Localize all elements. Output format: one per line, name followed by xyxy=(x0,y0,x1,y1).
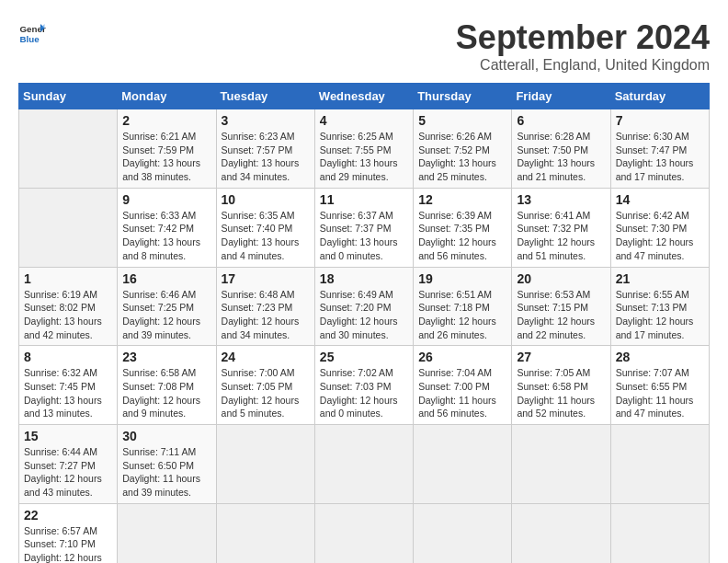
table-cell xyxy=(314,425,413,504)
day-number: 15 xyxy=(24,429,112,443)
logo-icon: General Blue xyxy=(18,18,46,46)
month-title: September 2024 xyxy=(456,18,710,57)
day-number: 4 xyxy=(320,113,408,128)
day-info: Sunrise: 6:25 AMSunset: 7:55 PMDaylight:… xyxy=(320,130,408,184)
table-cell: 30Sunrise: 7:11 AMSunset: 6:50 PMDayligh… xyxy=(118,425,216,504)
day-number: 10 xyxy=(222,192,310,207)
day-info: Sunrise: 6:58 AMSunset: 7:08 PMDaylight:… xyxy=(122,366,210,420)
table-cell: 9Sunrise: 6:33 AMSunset: 7:42 PMDaylight… xyxy=(118,188,216,267)
day-number: 9 xyxy=(122,192,210,207)
day-info: Sunrise: 6:53 AMSunset: 7:15 PMDaylight:… xyxy=(517,288,605,342)
title-area: September 2024 Catterall, England, Unite… xyxy=(456,18,710,74)
day-number: 11 xyxy=(320,192,408,207)
day-number: 27 xyxy=(517,350,605,364)
table-cell xyxy=(512,425,610,504)
day-number: 5 xyxy=(418,113,506,128)
table-cell: 10Sunrise: 6:35 AMSunset: 7:40 PMDayligh… xyxy=(216,188,314,267)
header-tuesday: Tuesday xyxy=(216,84,314,109)
table-cell: 25Sunrise: 7:02 AMSunset: 7:03 PMDayligh… xyxy=(314,346,413,425)
day-number: 12 xyxy=(418,192,506,207)
day-number: 26 xyxy=(418,350,506,364)
table-cell: 5Sunrise: 6:26 AMSunset: 7:52 PMDaylight… xyxy=(414,109,512,189)
day-info: Sunrise: 6:41 AMSunset: 7:32 PMDaylight:… xyxy=(517,209,605,263)
table-cell: 15Sunrise: 6:44 AMSunset: 7:27 PMDayligh… xyxy=(19,425,118,504)
day-info: Sunrise: 6:28 AMSunset: 7:50 PMDaylight:… xyxy=(517,130,605,184)
day-number: 22 xyxy=(24,508,112,523)
table-cell: 8Sunrise: 6:32 AMSunset: 7:45 PMDaylight… xyxy=(19,346,118,425)
table-cell xyxy=(216,425,314,504)
table-cell xyxy=(414,503,512,563)
table-cell xyxy=(19,188,118,267)
header-friday: Friday xyxy=(512,84,610,109)
day-info: Sunrise: 6:32 AMSunset: 7:45 PMDaylight:… xyxy=(24,366,112,420)
day-number: 7 xyxy=(616,113,704,128)
logo: General Blue xyxy=(18,18,46,46)
day-info: Sunrise: 7:05 AMSunset: 6:58 PMDaylight:… xyxy=(517,366,605,420)
day-info: Sunrise: 6:46 AMSunset: 7:25 PMDaylight:… xyxy=(122,288,210,342)
day-info: Sunrise: 6:51 AMSunset: 7:18 PMDaylight:… xyxy=(418,288,506,342)
day-info: Sunrise: 6:55 AMSunset: 7:13 PMDaylight:… xyxy=(616,288,704,342)
day-number: 14 xyxy=(616,192,704,207)
calendar-table: Sunday Monday Tuesday Wednesday Thursday… xyxy=(18,83,710,563)
day-info: Sunrise: 6:23 AMSunset: 7:57 PMDaylight:… xyxy=(222,130,310,184)
day-info: Sunrise: 6:33 AMSunset: 7:42 PMDaylight:… xyxy=(122,209,210,263)
header-wednesday: Wednesday xyxy=(314,84,413,109)
day-number: 30 xyxy=(122,429,210,443)
location-title: Catterall, England, United Kingdom xyxy=(456,57,710,74)
table-cell: 23Sunrise: 6:58 AMSunset: 7:08 PMDayligh… xyxy=(118,346,216,425)
day-info: Sunrise: 6:26 AMSunset: 7:52 PMDaylight:… xyxy=(418,130,506,184)
table-cell: 26Sunrise: 7:04 AMSunset: 7:00 PMDayligh… xyxy=(414,346,512,425)
day-info: Sunrise: 6:57 AMSunset: 7:10 PMDaylight:… xyxy=(24,524,112,563)
day-number: 20 xyxy=(517,271,605,286)
day-number: 6 xyxy=(517,113,605,128)
table-cell: 18Sunrise: 6:49 AMSunset: 7:20 PMDayligh… xyxy=(314,267,413,346)
day-info: Sunrise: 7:11 AMSunset: 6:50 PMDaylight:… xyxy=(122,445,210,500)
table-cell: 11Sunrise: 6:37 AMSunset: 7:37 PMDayligh… xyxy=(314,188,413,267)
table-cell: 20Sunrise: 6:53 AMSunset: 7:15 PMDayligh… xyxy=(512,267,610,346)
table-cell xyxy=(610,425,709,504)
table-cell: 16Sunrise: 6:46 AMSunset: 7:25 PMDayligh… xyxy=(118,267,216,346)
day-number: 24 xyxy=(222,350,310,364)
day-info: Sunrise: 6:37 AMSunset: 7:37 PMDaylight:… xyxy=(320,209,408,263)
day-info: Sunrise: 6:30 AMSunset: 7:47 PMDaylight:… xyxy=(616,130,704,184)
day-info: Sunrise: 6:39 AMSunset: 7:35 PMDaylight:… xyxy=(418,209,506,263)
day-number: 1 xyxy=(24,271,112,286)
table-cell xyxy=(216,503,314,563)
table-cell: 28Sunrise: 7:07 AMSunset: 6:55 PMDayligh… xyxy=(610,346,709,425)
table-cell: 24Sunrise: 7:00 AMSunset: 7:05 PMDayligh… xyxy=(216,346,314,425)
calendar-row: 15Sunrise: 6:44 AMSunset: 7:27 PMDayligh… xyxy=(19,425,710,504)
table-cell: 4Sunrise: 6:25 AMSunset: 7:55 PMDaylight… xyxy=(314,109,413,189)
table-cell xyxy=(610,503,709,563)
day-info: Sunrise: 6:21 AMSunset: 7:59 PMDaylight:… xyxy=(122,130,210,184)
day-info: Sunrise: 6:48 AMSunset: 7:23 PMDaylight:… xyxy=(222,288,310,342)
day-number: 23 xyxy=(122,350,210,364)
day-number: 18 xyxy=(320,271,408,286)
day-number: 13 xyxy=(517,192,605,207)
day-info: Sunrise: 6:42 AMSunset: 7:30 PMDaylight:… xyxy=(616,209,704,263)
day-info: Sunrise: 7:02 AMSunset: 7:03 PMDaylight:… xyxy=(320,366,408,420)
calendar-row: 22Sunrise: 6:57 AMSunset: 7:10 PMDayligh… xyxy=(19,503,710,563)
svg-text:Blue: Blue xyxy=(20,34,40,44)
table-cell: 13Sunrise: 6:41 AMSunset: 7:32 PMDayligh… xyxy=(512,188,610,267)
table-cell: 22Sunrise: 6:57 AMSunset: 7:10 PMDayligh… xyxy=(19,503,118,563)
table-cell: 1Sunrise: 6:19 AMSunset: 8:02 PMDaylight… xyxy=(19,267,118,346)
table-cell: 12Sunrise: 6:39 AMSunset: 7:35 PMDayligh… xyxy=(414,188,512,267)
calendar-header-row: Sunday Monday Tuesday Wednesday Thursday… xyxy=(19,84,710,109)
day-number: 8 xyxy=(24,350,112,364)
day-number: 19 xyxy=(418,271,506,286)
day-info: Sunrise: 6:44 AMSunset: 7:27 PMDaylight:… xyxy=(24,445,112,500)
table-cell: 27Sunrise: 7:05 AMSunset: 6:58 PMDayligh… xyxy=(512,346,610,425)
table-cell: 14Sunrise: 6:42 AMSunset: 7:30 PMDayligh… xyxy=(610,188,709,267)
header-saturday: Saturday xyxy=(610,84,709,109)
day-number: 25 xyxy=(320,350,408,364)
calendar-row: 1Sunrise: 6:19 AMSunset: 8:02 PMDaylight… xyxy=(19,267,710,346)
header-thursday: Thursday xyxy=(414,84,512,109)
table-cell xyxy=(118,503,216,563)
calendar-row: 8Sunrise: 6:32 AMSunset: 7:45 PMDaylight… xyxy=(19,346,710,425)
table-cell: 3Sunrise: 6:23 AMSunset: 7:57 PMDaylight… xyxy=(216,109,314,189)
table-cell: 7Sunrise: 6:30 AMSunset: 7:47 PMDaylight… xyxy=(610,109,709,189)
day-info: Sunrise: 6:35 AMSunset: 7:40 PMDaylight:… xyxy=(222,209,310,263)
day-info: Sunrise: 7:04 AMSunset: 7:00 PMDaylight:… xyxy=(418,366,506,420)
table-cell xyxy=(512,503,610,563)
day-info: Sunrise: 6:49 AMSunset: 7:20 PMDaylight:… xyxy=(320,288,408,342)
